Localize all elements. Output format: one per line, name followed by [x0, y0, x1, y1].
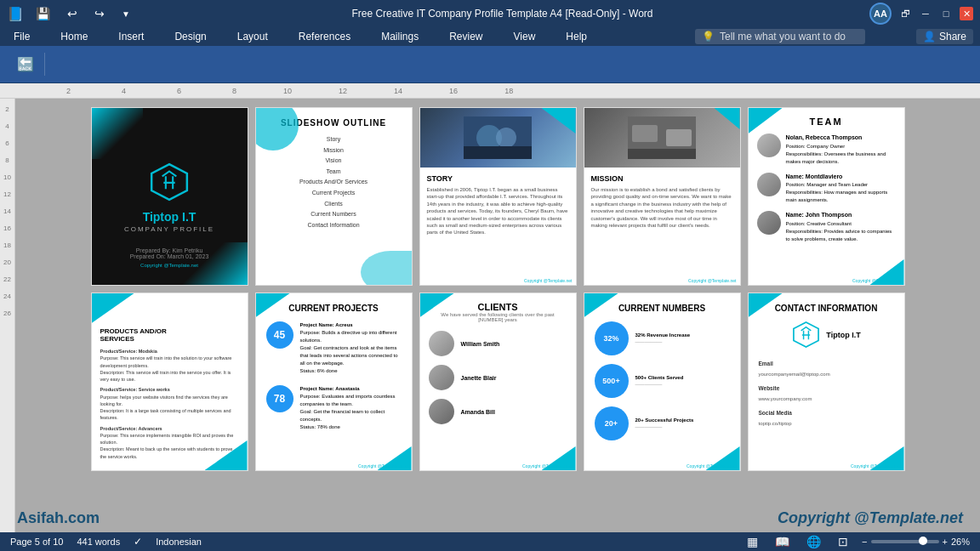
slide-3-story[interactable]: STORY Established in 2006, Tiptop I.T. b…: [419, 107, 577, 286]
slide-6-products[interactable]: PRODUCTS AND/ORSERVICES Product/Service:…: [91, 293, 248, 471]
client-name-2: Janette Blair: [461, 375, 497, 381]
tab-review[interactable]: Review: [442, 29, 489, 44]
ruler-marks: 2 4 6 8 10 12 14 16 18: [32, 87, 980, 95]
title-bar-left: 📘 💾 ↩ ↪ ▼: [7, 5, 135, 22]
client-avatar-1: [429, 331, 454, 356]
client-item-1: William Smith: [429, 331, 567, 356]
slide-7-projects[interactable]: CURRENT PROJECTS 45 Project Name: Acreus…: [255, 293, 413, 471]
user-avatar[interactable]: AA: [869, 3, 892, 25]
quick-access-save[interactable]: 💾: [31, 5, 55, 22]
slide-2-outline[interactable]: SLIDESHOW OUTLINE Story Mission Vision T…: [255, 107, 413, 286]
contact-info: Email yourcompanyemail@tiptop.com Websit…: [759, 358, 894, 429]
ribbon-search-box[interactable]: 💡 Tell me what you want to do: [695, 29, 865, 44]
project-info-2: Project Name: Anastasia Purpose: Evaluat…: [300, 385, 402, 431]
projects-title: CURRENT PROJECTS: [266, 304, 402, 313]
close-btn[interactable]: ✕: [960, 7, 973, 20]
number-item-1: 32% 32% Revenue Increase ─────────: [595, 321, 730, 355]
client-item-3: Amanda Bill: [429, 399, 567, 424]
mission-photo: [584, 108, 740, 168]
slide-1-cover[interactable]: Tiptop I.T COMPANY PROFILE Prepared By: …: [91, 107, 248, 286]
products-title: PRODUCTS AND/ORSERVICES: [100, 327, 239, 343]
contact-logo-area: Tiptop I.T: [759, 320, 894, 349]
number-info-3: 20+ Successful Projects ─────────: [635, 417, 694, 431]
slide-8-clients[interactable]: CLIENTS We have served the following cli…: [419, 293, 577, 471]
track-changes-icon[interactable]: ✓: [134, 536, 142, 548]
quick-access-undo[interactable]: ↩: [62, 5, 83, 22]
share-icon: 👤: [923, 31, 936, 43]
tab-references[interactable]: References: [292, 29, 357, 44]
toolbar-icon-1[interactable]: 🔙: [12, 53, 39, 76]
svg-point-3: [496, 128, 516, 148]
share-button[interactable]: 👤 Share: [916, 29, 973, 44]
toolbar: 🔙: [0, 46, 980, 83]
minimize-btn[interactable]: ─: [919, 7, 932, 20]
slide-5-team[interactable]: TEAM Nolan, Rebecca Thompson Position: C…: [748, 107, 905, 286]
print-layout-btn[interactable]: ▦: [744, 533, 761, 550]
team-member-3: Name: John Thompson Position: Creative C…: [757, 211, 896, 243]
teal-decoration-tl: [92, 108, 143, 159]
tab-mailings[interactable]: Mailings: [374, 29, 425, 44]
tab-design[interactable]: Design: [168, 29, 213, 44]
tab-home[interactable]: Home: [54, 29, 94, 44]
zoom-thumb: [919, 537, 927, 545]
word-icon: 📘: [7, 6, 24, 22]
number-circle-3: 20+: [595, 406, 629, 440]
document-viewport[interactable]: Tiptop I.T COMPANY PROFILE Prepared By: …: [15, 99, 980, 532]
horizontal-ruler: 2 4 6 8 10 12 14 16 18: [0, 83, 980, 99]
slide-9-numbers[interactable]: CURRENT NUMBERS 32% 32% Revenue Increase…: [584, 293, 741, 471]
team-avatar-1: [757, 133, 781, 157]
number-info-1: 32% Revenue Increase ─────────: [635, 332, 691, 346]
title-bar: 📘 💾 ↩ ↪ ▼ Free Creative IT Company Profi…: [0, 0, 980, 27]
maximize-btn[interactable]: □: [939, 7, 953, 20]
zoom-out-btn[interactable]: −: [862, 537, 867, 547]
quick-access-redo[interactable]: ↪: [89, 5, 110, 22]
project-item-1: 45 Project Name: Acreus Purpose: Builds …: [266, 321, 402, 375]
clients-subtitle: We have served the following clients ove…: [429, 312, 567, 322]
cover-company-name: Tiptop I.T: [143, 210, 197, 224]
client-item-2: Janette Blair: [429, 365, 567, 390]
word-count: 441 words: [77, 537, 120, 547]
slide-grid: Tiptop I.T COMPANY PROFILE Prepared By: …: [91, 107, 905, 471]
focus-btn[interactable]: ⊡: [835, 533, 852, 550]
language-indicator[interactable]: Indonesian: [156, 537, 202, 547]
team-info-1: Nolan, Rebecca Thompson Position: Compan…: [786, 133, 896, 166]
title-bar-right: AA 🗗 ─ □ ✕: [869, 3, 973, 25]
story-label: STORY: [427, 174, 569, 183]
teal-blob-br: [361, 251, 412, 285]
status-bar: Page 5 of 10 441 words ✓ Indonesian ▦ 📖 …: [0, 532, 980, 551]
watermark-left: Asifah.com: [17, 509, 100, 527]
project-info-1: Project Name: Acreus Purpose: Builds a d…: [300, 321, 402, 375]
tab-file[interactable]: File: [7, 29, 37, 44]
slide-4-mission[interactable]: MISSION Our mission is to establish a bo…: [584, 107, 741, 286]
toolbar-group-1: 🔙: [7, 53, 45, 76]
project-circle-2: 78: [266, 385, 293, 412]
tab-insert[interactable]: Insert: [111, 29, 151, 44]
team-member-2: Name: Montdlaviero Position: Manager and…: [757, 173, 896, 205]
company-logo: [148, 161, 191, 203]
clients-title: CLIENTS: [429, 302, 567, 312]
project-circle-1: 45: [266, 321, 293, 349]
number-info-2: 500+ Clients Served ─────────: [635, 374, 684, 389]
page-info: Page 5 of 10: [10, 537, 63, 547]
tab-view[interactable]: View: [507, 29, 543, 44]
lightbulb-icon: 💡: [702, 31, 715, 43]
read-mode-btn[interactable]: 📖: [772, 533, 793, 550]
team-title: TEAM: [757, 116, 896, 127]
vertical-ruler: 2 4 6 8 10 12 14 16 18 20 22 24 26: [0, 99, 15, 532]
number-item-3: 20+ 20+ Successful Projects ─────────: [595, 406, 730, 440]
tab-layout[interactable]: Layout: [231, 29, 275, 44]
main-area: 2 4 6 8 10 12 14 16 18 20 22 24 26: [0, 99, 980, 532]
web-layout-btn[interactable]: 🌐: [803, 533, 824, 550]
teal-decoration-br: [179, 242, 248, 285]
contact-logo: [791, 320, 821, 349]
quick-access-more[interactable]: ▼: [117, 8, 135, 20]
zoom-control[interactable]: − + 26%: [862, 537, 970, 547]
tab-help[interactable]: Help: [559, 29, 594, 44]
slide-10-contact[interactable]: CONTACT INFORMATION Tiptop I.T Email you…: [748, 293, 905, 471]
svg-rect-6: [632, 125, 658, 142]
zoom-level: 26%: [951, 537, 970, 547]
restore-btn[interactable]: 🗗: [898, 7, 912, 20]
number-circle-1: 32%: [595, 321, 629, 355]
zoom-slider[interactable]: [871, 540, 939, 543]
zoom-in-btn[interactable]: +: [943, 537, 948, 547]
